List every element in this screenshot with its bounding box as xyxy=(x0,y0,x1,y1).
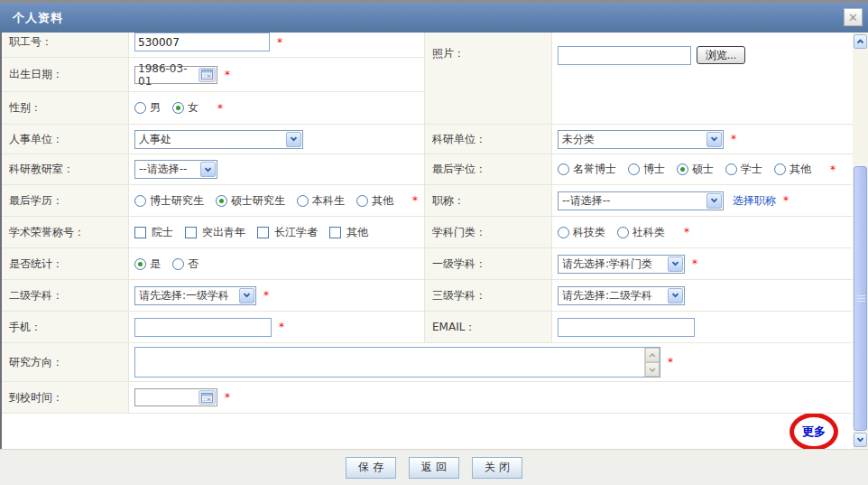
last-education-option[interactable]: 硕士研究生 xyxy=(216,193,285,209)
honor-option[interactable]: 突出青年 xyxy=(185,225,245,240)
chevron-down-icon[interactable] xyxy=(239,288,254,303)
required-asterisk: * xyxy=(225,391,230,404)
close-dialog-button[interactable]: 关 闭 xyxy=(472,457,522,479)
last-degree-option[interactable]: 名誉博士 xyxy=(558,162,616,177)
close-button[interactable]: ✕ xyxy=(844,8,863,26)
second-subject-select[interactable]: 请先选择:一级学科 xyxy=(134,286,256,305)
research-office-select[interactable]: --请选择-- xyxy=(134,160,217,179)
radio-icon[interactable] xyxy=(725,163,737,175)
more-link[interactable]: 更多 xyxy=(802,424,826,440)
radio-icon[interactable] xyxy=(628,163,640,175)
employee-id-label: 职工号： xyxy=(2,33,129,57)
is-counted-option-yes[interactable]: 是 xyxy=(134,256,161,272)
last-education-option[interactable]: 其他 xyxy=(356,193,393,209)
second-subject-row: 请先选择:一级学科 * xyxy=(129,279,424,311)
radio-icon[interactable] xyxy=(558,163,569,175)
checkbox-icon[interactable] xyxy=(329,227,341,238)
radio-icon[interactable] xyxy=(172,258,184,270)
photo-input[interactable] xyxy=(558,46,691,65)
more-row: 更多 xyxy=(2,413,853,449)
radio-icon[interactable] xyxy=(356,195,368,207)
radio-checked-icon[interactable] xyxy=(216,195,227,207)
calendar-icon[interactable] xyxy=(199,390,216,405)
is-counted-option-no[interactable]: 否 xyxy=(172,256,199,272)
research-unit-select[interactable]: 未分类 xyxy=(558,130,724,149)
save-button[interactable]: 保 存 xyxy=(346,457,396,479)
radio-icon[interactable] xyxy=(134,195,146,207)
dialog-footer: 保 存 返 回 关 闭 xyxy=(0,449,868,485)
calendar-icon[interactable] xyxy=(199,68,216,82)
personal-info-dialog: 个人资料 ✕ 职工号： * 照片： 浏览... 出生日期： 1986-03-01 xyxy=(0,0,868,485)
photo-label: 照片： xyxy=(424,33,552,124)
radio-icon[interactable] xyxy=(134,102,146,114)
textarea-scrollbar[interactable] xyxy=(644,348,660,377)
checkbox-icon[interactable] xyxy=(134,227,146,238)
checkbox-icon[interactable] xyxy=(185,227,197,238)
research-direction-label: 研究方向： xyxy=(2,342,129,381)
email-input[interactable] xyxy=(558,318,695,337)
job-title-label: 职称： xyxy=(424,184,552,216)
scrollbar-thumb[interactable] xyxy=(854,166,867,431)
last-degree-option[interactable]: 学士 xyxy=(725,162,762,177)
hr-unit-row: 人事处 xyxy=(129,124,424,154)
radio-icon[interactable] xyxy=(774,163,786,175)
chevron-down-icon[interactable] xyxy=(200,162,216,177)
last-education-option[interactable]: 本科生 xyxy=(297,193,345,209)
employee-id-input[interactable] xyxy=(134,33,270,51)
dialog-scrollbar[interactable] xyxy=(853,33,868,449)
required-asterisk: * xyxy=(217,102,223,115)
research-office-row: --请选择-- xyxy=(129,154,424,184)
third-subject-select[interactable]: 请先选择:二级学科 xyxy=(558,286,685,305)
first-subject-label: 一级学科： xyxy=(424,247,552,279)
hr-unit-select[interactable]: 人事处 xyxy=(134,130,303,149)
last-degree-option[interactable]: 博士 xyxy=(628,162,665,177)
subject-category-option[interactable]: 社科类 xyxy=(617,225,665,240)
mobile-input[interactable] xyxy=(134,318,272,337)
radio-icon[interactable] xyxy=(297,195,309,207)
required-asterisk: * xyxy=(783,194,789,207)
honor-option[interactable]: 院士 xyxy=(134,225,173,240)
return-button[interactable]: 返 回 xyxy=(409,457,459,479)
last-education-option[interactable]: 博士研究生 xyxy=(134,193,204,209)
radio-icon[interactable] xyxy=(617,227,629,238)
email-row xyxy=(552,311,853,342)
spinner-down-icon[interactable] xyxy=(645,362,660,377)
radio-checked-icon[interactable] xyxy=(677,163,688,175)
required-asterisk: * xyxy=(277,36,282,49)
mobile-label: 手机： xyxy=(2,311,129,342)
radio-checked-icon[interactable] xyxy=(134,258,146,270)
select-job-title-link[interactable]: 选择职称 xyxy=(733,193,776,209)
chevron-down-icon[interactable] xyxy=(668,288,683,303)
research-direction-textarea[interactable] xyxy=(134,347,660,378)
honor-option[interactable]: 其他 xyxy=(329,225,368,240)
arrival-time-input[interactable] xyxy=(134,388,217,406)
chevron-down-icon[interactable] xyxy=(286,132,301,147)
birth-date-input[interactable]: 1986-03-01 xyxy=(134,66,217,84)
chevron-down-icon[interactable] xyxy=(668,256,683,272)
subject-category-option[interactable]: 科技类 xyxy=(558,225,605,240)
close-icon: ✕ xyxy=(848,11,858,24)
chevron-down-icon[interactable] xyxy=(706,132,722,147)
first-subject-select[interactable]: 请先选择:学科门类 xyxy=(558,255,685,274)
gender-option-female[interactable]: 女 xyxy=(172,100,199,116)
browse-button[interactable]: 浏览... xyxy=(697,46,745,64)
required-asterisk: * xyxy=(668,356,673,368)
honor-option[interactable]: 长江学者 xyxy=(257,225,318,240)
required-asterisk: * xyxy=(263,289,269,302)
job-title-select[interactable]: --请选择-- xyxy=(558,191,724,210)
scroll-up-icon[interactable] xyxy=(854,34,867,49)
photo-row: 浏览... xyxy=(552,33,853,124)
scrollbar-grip-icon xyxy=(857,295,865,303)
chevron-down-icon[interactable] xyxy=(706,193,722,209)
third-subject-label: 三级学科： xyxy=(424,279,552,311)
scroll-down-icon[interactable] xyxy=(854,433,867,447)
last-degree-option[interactable]: 其他 xyxy=(774,162,811,177)
last-degree-option[interactable]: 硕士 xyxy=(677,162,714,177)
radio-checked-icon[interactable] xyxy=(172,102,184,114)
spinner-up-icon[interactable] xyxy=(645,348,660,362)
radio-icon[interactable] xyxy=(558,227,569,238)
gender-option-male[interactable]: 男 xyxy=(134,100,161,116)
arrival-time-label: 到校时间： xyxy=(2,381,129,413)
checkbox-icon[interactable] xyxy=(257,227,269,238)
required-asterisk: * xyxy=(225,69,230,81)
